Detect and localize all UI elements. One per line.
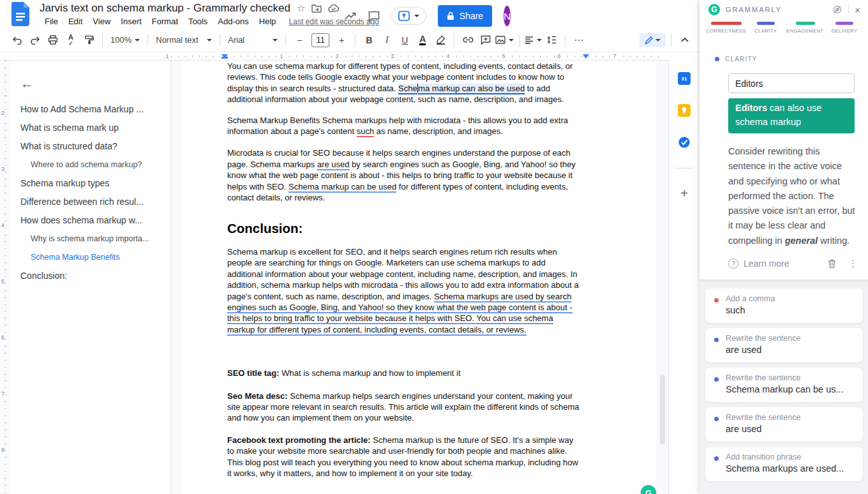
right-indent-marker[interactable]: [583, 54, 589, 59]
paint-format-button[interactable]: [80, 32, 97, 49]
grammarly-tab-delivery[interactable]: DELIVERY: [825, 22, 864, 34]
undo-button[interactable]: [9, 32, 26, 49]
left-indent-marker[interactable]: [221, 54, 228, 59]
menu-edit[interactable]: Edit: [63, 15, 87, 27]
document-title[interactable]: Jarvis text on schema markup - Grammarly…: [40, 2, 290, 15]
text-segment[interactable]: are used: [317, 160, 350, 170]
google-keep-icon[interactable]: [678, 104, 691, 117]
outline-item[interactable]: Schema markup types: [20, 174, 167, 193]
text-segment[interactable]: engines such as Google, Bing, and Yahoo!…: [227, 303, 572, 313]
menu-format[interactable]: Format: [147, 15, 183, 27]
document-text[interactable]: You can use schema markup for different …: [227, 61, 601, 479]
learn-more-link[interactable]: ? Learn more: [728, 258, 789, 269]
document-insights-icon[interactable]: [344, 11, 357, 21]
print-button[interactable]: [45, 32, 61, 49]
menu-insert[interactable]: Insert: [116, 15, 147, 27]
horizontal-ruler[interactable]: 11234567: [0, 52, 668, 61]
share-button[interactable]: Share: [438, 5, 492, 27]
cloud-saved-icon[interactable]: [328, 4, 340, 13]
get-add-ons-button[interactable]: +: [680, 188, 688, 199]
suggestion-card[interactable]: Add transition phraseSchema markups are …: [705, 447, 863, 481]
star-icon[interactable]: ☆: [297, 3, 305, 14]
suggestion-more-options-button[interactable]: ⋮: [848, 258, 858, 269]
outline-item[interactable]: What is structured data?: [20, 137, 167, 156]
google-calendar-icon[interactable]: 31: [678, 72, 691, 85]
grammarly-logo-icon: G: [708, 4, 720, 15]
highlight-color-button[interactable]: [432, 32, 449, 49]
text-segment[interactable]: Schema markups are used by search: [434, 292, 571, 303]
decrease-font-size-button[interactable]: −: [291, 32, 308, 49]
suggestion-edit-input[interactable]: [728, 73, 855, 93]
text-segment[interactable]: Schema markup can be used: [288, 182, 396, 193]
active-suggestion-text[interactable]: ma markup can also be used: [418, 84, 525, 94]
outline-item[interactable]: What is schema mark up: [20, 119, 167, 137]
outline-item[interactable]: How does schema markup w...: [20, 211, 167, 230]
hide-menus-button[interactable]: [677, 32, 693, 49]
present-to-meeting-button[interactable]: [391, 7, 426, 25]
outline-item[interactable]: Difference between rich resul...: [20, 193, 167, 211]
document-paragraph[interactable]: Microdata is crucial for SEO because it …: [227, 147, 601, 203]
active-suggestion-text[interactable]: Sche: [398, 84, 417, 94]
google-tasks-icon[interactable]: [678, 136, 691, 149]
suggestion-card[interactable]: Rewrite the sentenceare used: [705, 328, 863, 363]
font-family-select[interactable]: Arial: [225, 32, 280, 49]
add-comment-button[interactable]: [477, 32, 494, 49]
comment-history-icon[interactable]: [368, 11, 380, 22]
suggestion-card[interactable]: Rewrite the sentenceare used: [705, 407, 863, 442]
grammarly-tab-correctness[interactable]: CORRECTNESS: [706, 22, 746, 34]
document-paragraph[interactable]: You can use schema markup for different …: [227, 61, 601, 105]
increase-font-size-button[interactable]: +: [333, 32, 350, 49]
close-outline-button[interactable]: ←: [20, 76, 34, 91]
last-edit-status[interactable]: Last edit was seconds ago: [289, 17, 379, 26]
line-spacing-button[interactable]: [543, 32, 560, 49]
outline-item[interactable]: Schema Markup Benefits: [20, 248, 167, 267]
document-heading[interactable]: Conclusion:: [227, 223, 601, 234]
grammarly-tab-clarity[interactable]: CLARITY: [746, 22, 786, 34]
account-avatar[interactable]: N: [504, 6, 511, 26]
move-folder-icon[interactable]: [311, 4, 322, 13]
redo-button[interactable]: [27, 32, 43, 49]
document-page[interactable]: You can use schema markup for different …: [182, 61, 656, 494]
vertical-scrollbar[interactable]: [660, 375, 665, 444]
outline-item[interactable]: Why is schema markup importa...: [20, 230, 167, 248]
text-segment[interactable]: this helps to bring traffic to your webs…: [227, 313, 553, 324]
suggestion-card[interactable]: Rewrite the sentenceSchema markup can be…: [705, 368, 863, 402]
document-paragraph[interactable]: Schema Markup Benefits Schema markups he…: [227, 115, 601, 137]
insert-image-button[interactable]: [495, 32, 514, 49]
italic-button[interactable]: I: [378, 32, 395, 49]
text-segment[interactable]: markup for different types of content, i…: [227, 325, 527, 336]
google-docs-logo-icon[interactable]: [11, 2, 29, 26]
close-grammarly-button[interactable]: ×: [855, 4, 860, 15]
menu-help[interactable]: Help: [254, 15, 281, 27]
spellcheck-button[interactable]: A✓: [63, 32, 79, 49]
insert-link-button[interactable]: [460, 32, 476, 49]
menu-file[interactable]: File: [40, 15, 63, 27]
document-paragraph[interactable]: Facebook text promoting the article: Sch…: [227, 435, 601, 479]
paragraph-style-select[interactable]: Normal text: [153, 32, 214, 49]
outline-item[interactable]: Where to add schema markup?: [20, 156, 167, 174]
menu-addons[interactable]: Add-ons: [213, 15, 253, 27]
font-size-input[interactable]: 11: [311, 33, 329, 47]
apply-suggestion-button[interactable]: Editors can also use schema markup: [728, 98, 855, 133]
suggestion-card[interactable]: Add a commasuch: [705, 288, 863, 323]
align-button[interactable]: [525, 32, 542, 49]
document-paragraph[interactable]: Seo Meta desc: Schema markup helps searc…: [227, 391, 601, 424]
text-color-button[interactable]: A: [414, 32, 431, 49]
outline-item[interactable]: Conclusion:: [20, 267, 167, 285]
editing-mode-button[interactable]: [640, 33, 666, 47]
goals-icon[interactable]: [832, 4, 842, 15]
document-paragraph[interactable]: Schema markup is excellent for SEO, and …: [227, 246, 601, 335]
grammarly-tab-engagement[interactable]: ENGAGEMENT: [786, 22, 825, 34]
dismiss-suggestion-button[interactable]: [827, 258, 837, 269]
underline-button[interactable]: U: [396, 32, 413, 49]
ruler-number: 3: [389, 53, 395, 59]
menu-tools[interactable]: Tools: [183, 15, 213, 27]
menu-view[interactable]: View: [87, 15, 116, 27]
tab-score-bar: [835, 22, 853, 25]
more-toolbar-options-button[interactable]: ⋯: [571, 32, 587, 49]
zoom-select[interactable]: 100%: [108, 32, 142, 49]
text-segment[interactable]: such: [357, 126, 374, 137]
bold-button[interactable]: B: [361, 32, 377, 49]
document-paragraph[interactable]: SEO title tag: What is schema markup and…: [227, 368, 601, 378]
outline-item[interactable]: How to Add Schema Markup ...: [20, 100, 167, 119]
